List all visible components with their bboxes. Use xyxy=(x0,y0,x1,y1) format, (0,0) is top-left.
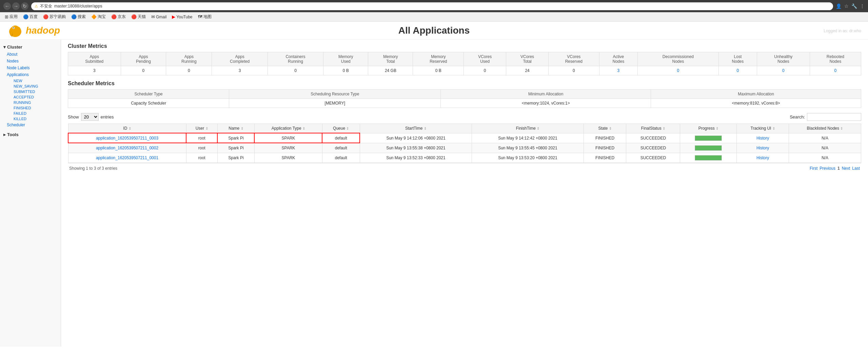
sidebar-state-finished[interactable]: FINISHED xyxy=(10,105,61,111)
val-memory-reserved: 0 B xyxy=(413,66,464,75)
col-user[interactable]: User ⇕ xyxy=(186,124,217,133)
sidebar-tools-title[interactable]: ▸ Tools xyxy=(0,130,61,139)
address-bar[interactable]: ⚠ 不安全 master:18088/cluster/apps xyxy=(31,2,833,10)
val-unhealthy-nodes[interactable]: 0 xyxy=(757,66,810,75)
scheduler-metrics-title: Scheduler Metrics xyxy=(68,80,861,87)
back-button[interactable]: ← xyxy=(3,2,11,10)
applications-table: ID ⇕ User ⇕ Name ⇕ Application Type ⇕ Qu… xyxy=(68,124,861,163)
col-progress[interactable]: Progress ⇕ xyxy=(680,124,737,133)
val-rebooted-nodes[interactable]: 0 xyxy=(810,66,861,75)
header-memory-total: MemoryTotal xyxy=(368,52,413,66)
star-icon: ☆ xyxy=(844,3,849,9)
header-apps-submitted: AppsSubmitted xyxy=(68,52,121,66)
app-id-link[interactable]: application_1620539507211_0003 xyxy=(96,136,158,141)
progress-bar xyxy=(695,155,722,161)
cell-id[interactable]: application_1620539507211_0001 xyxy=(68,153,186,163)
col-blacklisted[interactable]: Blacklisted Nodes ⇕ xyxy=(789,124,861,133)
col-finalstatus[interactable]: FinalStatus ⇕ xyxy=(626,124,680,133)
bookmark-jd[interactable]: 🔴 京东 xyxy=(109,13,128,20)
min-allocation-header: Minimum Allocation xyxy=(441,90,651,99)
cell-blacklisted: N/A xyxy=(789,133,861,143)
col-queue[interactable]: Queue ⇕ xyxy=(322,124,360,133)
val-active-nodes[interactable]: 3 xyxy=(599,66,637,75)
tracking-ui-link[interactable]: History xyxy=(756,155,769,160)
progress-bar xyxy=(695,145,722,151)
cell-id[interactable]: application_1620539507211_0003 xyxy=(68,133,186,143)
col-id[interactable]: ID ⇕ xyxy=(68,124,186,133)
sidebar-item-applications[interactable]: Applications xyxy=(0,71,61,78)
bookmark-gmail[interactable]: ✉ Gmail xyxy=(149,14,169,20)
header-apps-completed: AppsCompleted xyxy=(212,52,268,66)
sidebar-state-running[interactable]: RUNNING xyxy=(10,100,61,105)
sidebar-state-accepted[interactable]: ACCEPTED xyxy=(10,94,61,100)
page-previous[interactable]: Previous xyxy=(820,166,835,171)
chevron-down-icon: ▾ xyxy=(3,44,6,50)
extensions-icon: 🔧 xyxy=(851,3,857,9)
val-decommissioned-nodes[interactable]: 0 xyxy=(637,66,718,75)
bookmark-taobao[interactable]: 🔶 淘宝 xyxy=(89,13,108,20)
security-icon: ⚠ xyxy=(35,4,38,8)
scheduler-metrics-table: Scheduler Type Scheduling Resource Type … xyxy=(68,89,861,108)
refresh-button[interactable]: ↻ xyxy=(21,2,28,10)
col-name[interactable]: Name ⇕ xyxy=(217,124,254,133)
sidebar-item-scheduler[interactable]: Scheduler xyxy=(0,122,61,128)
sidebar-state-failed[interactable]: FAILED xyxy=(10,111,61,116)
cell-queue: default xyxy=(322,143,360,153)
bookmark-maps[interactable]: 🗺 地图 xyxy=(196,13,214,20)
cell-id[interactable]: application_1620539507211_0002 xyxy=(68,143,186,153)
hadoop-logo-text: hadoop xyxy=(26,25,60,36)
col-finishtime[interactable]: FinishTime ⇕ xyxy=(472,124,584,133)
sidebar-state-new-saving[interactable]: NEW_SAVING xyxy=(10,84,61,89)
sidebar-cluster-title[interactable]: ▾ Cluster xyxy=(0,43,61,51)
cell-user: root xyxy=(186,133,217,143)
entries-select[interactable]: 20 50 100 xyxy=(81,113,99,121)
sidebar-state-submitted[interactable]: SUBMITTED xyxy=(10,89,61,94)
val-apps-running: 0 xyxy=(166,66,212,75)
col-type[interactable]: Application Type ⇕ xyxy=(254,124,322,133)
app-id-link[interactable]: application_1620539507211_0002 xyxy=(96,146,158,150)
header-memory-reserved: MemoryReserved xyxy=(413,52,464,66)
bookmark-tmall[interactable]: 🔴 天猫 xyxy=(129,13,148,20)
val-lost-nodes[interactable]: 0 xyxy=(718,66,757,75)
sidebar-item-nodes[interactable]: Nodes xyxy=(0,58,61,64)
page-next[interactable]: Next xyxy=(842,166,850,171)
bookmark-baidu[interactable]: 🔵 百度 xyxy=(21,13,40,20)
val-vcores-reserved: 0 xyxy=(549,66,599,75)
sidebar-item-about[interactable]: About xyxy=(0,51,61,58)
sidebar-item-node-labels[interactable]: Node Labels xyxy=(0,64,61,71)
content-area: Cluster Metrics AppsSubmitted AppsPendin… xyxy=(61,40,868,347)
cell-trackingui[interactable]: History xyxy=(737,153,789,163)
sidebar-state-new[interactable]: NEW xyxy=(10,78,61,84)
forward-button[interactable]: → xyxy=(12,2,20,10)
col-trackingui[interactable]: Tracking UI ⇕ xyxy=(737,124,789,133)
page-first[interactable]: First xyxy=(810,166,817,171)
tracking-ui-link[interactable]: History xyxy=(756,136,769,141)
bookmark-apps[interactable]: ⊞ 应用 xyxy=(3,13,20,20)
cell-user: root xyxy=(186,143,217,153)
table-controls: Show 20 50 100 entries Search: xyxy=(68,113,861,121)
sort-icon-finalstatus: ⇕ xyxy=(663,127,665,130)
table-row: application_1620539507211_0001rootSpark … xyxy=(68,153,861,163)
bookmark-search[interactable]: 🔵 搜索 xyxy=(69,13,88,20)
val-memory-total: 24 GB xyxy=(368,66,413,75)
col-starttime[interactable]: StartTime ⇕ xyxy=(360,124,472,133)
cell-trackingui[interactable]: History xyxy=(737,133,789,143)
sidebar-state-killed[interactable]: KILLED xyxy=(10,116,61,122)
header-apps-running: AppsRunning xyxy=(166,52,212,66)
svg-point-3 xyxy=(13,27,14,29)
val-apps-submitted: 3 xyxy=(68,66,121,75)
app-header: hadoop All Applications Logged in as: dr… xyxy=(0,22,868,40)
val-vcores-total: 24 xyxy=(506,66,549,75)
bookmark-suning[interactable]: 🔴 苏宁易购 xyxy=(41,13,68,20)
page-last[interactable]: Last xyxy=(852,166,860,171)
bookmark-youtube[interactable]: ▶ YouTube xyxy=(170,14,194,20)
sort-icon-queue: ⇕ xyxy=(346,127,349,130)
nav-buttons[interactable]: ← → ↻ xyxy=(3,2,28,10)
cell-name: Spark Pi xyxy=(217,143,254,153)
app-id-link[interactable]: application_1620539507211_0001 xyxy=(96,155,158,160)
col-state[interactable]: State ⇕ xyxy=(584,124,626,133)
header-unhealthy-nodes: UnhealthyNodes xyxy=(757,52,810,66)
cell-trackingui[interactable]: History xyxy=(737,143,789,153)
tracking-ui-link[interactable]: History xyxy=(756,146,769,150)
search-input[interactable] xyxy=(807,113,861,121)
